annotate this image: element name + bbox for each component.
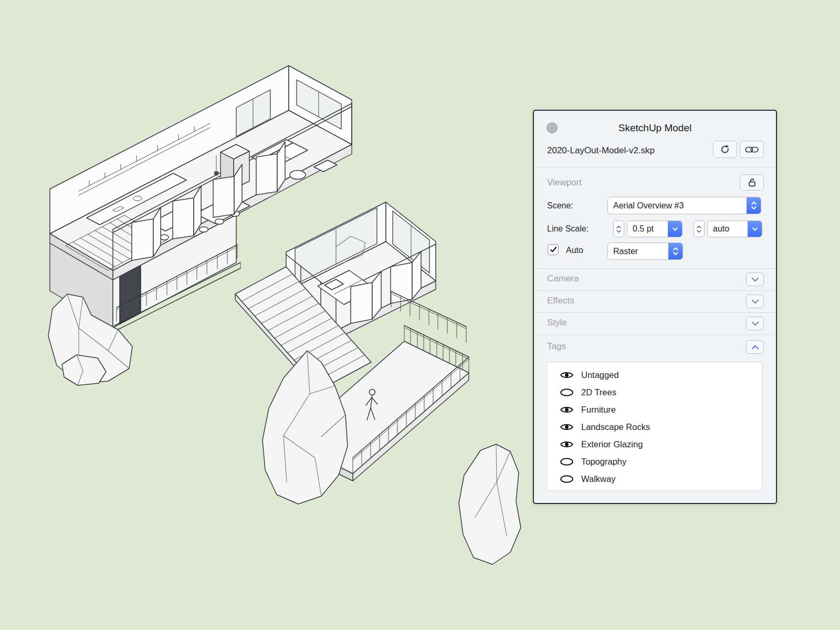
tag-row[interactable]: Walkway	[547, 470, 762, 488]
tag-row[interactable]: Landscape Rocks	[547, 418, 762, 436]
check-icon	[550, 246, 557, 253]
chevron-down-icon	[751, 277, 759, 282]
camera-collapse-button[interactable]	[746, 272, 764, 286]
line-scale-dropdown[interactable]: 0.5 pt	[627, 220, 682, 237]
tag-label: 2D Trees	[581, 387, 616, 397]
layout-canvas: SketchUp Model 2020-LayOut-Model-v2.skp …	[0, 0, 840, 630]
link-icon	[745, 145, 759, 154]
sketchup-model-panel: SketchUp Model 2020-LayOut-Model-v2.skp …	[533, 110, 777, 504]
scene-value: Aerial Overview #3	[608, 201, 747, 211]
chevron-down-icon	[751, 299, 759, 304]
effects-collapse-button[interactable]	[746, 295, 764, 308]
visibility-eye-icon[interactable]	[560, 423, 574, 432]
section-tags: Tags	[534, 334, 776, 361]
tags-collapse-button[interactable]	[746, 340, 764, 354]
camera-section-label: Camera	[547, 274, 579, 284]
tag-label: Untagged	[581, 370, 619, 380]
scene-label: Scene:	[547, 201, 573, 211]
tag-row[interactable]: Untagged	[547, 366, 762, 384]
chevron-down-icon[interactable]	[748, 221, 762, 237]
chevron-down-icon	[751, 321, 759, 326]
line-scale-auto-dropdown[interactable]: auto	[707, 220, 762, 237]
render-mode-value: Raster	[608, 247, 668, 256]
tag-row[interactable]: Exterior Glazing	[547, 436, 762, 453]
chevron-down-icon[interactable]	[668, 221, 682, 237]
visibility-eye-icon[interactable]	[560, 388, 574, 397]
divider	[534, 167, 776, 167]
render-mode-dropdown[interactable]: Raster	[607, 243, 683, 260]
tag-row[interactable]: Furniture	[547, 401, 762, 418]
visibility-eye-icon[interactable]	[560, 457, 574, 466]
line-scale-label: Line Scale:	[547, 224, 589, 234]
visibility-eye-icon[interactable]	[560, 371, 574, 380]
viewport-section-label: Viewport	[547, 177, 582, 188]
section-effects: Effects	[534, 290, 776, 312]
section-camera: Camera	[534, 268, 776, 290]
auto-checkbox[interactable]	[548, 244, 559, 255]
effects-section-label: Effects	[547, 296, 574, 306]
refresh-icon	[720, 144, 730, 155]
rock-right	[459, 444, 521, 564]
visibility-eye-icon[interactable]	[560, 475, 574, 484]
tag-label: Walkway	[581, 474, 615, 484]
tag-label: Furniture	[581, 405, 616, 415]
tag-row[interactable]: Topography	[547, 453, 762, 470]
tags-section-label: Tags	[547, 341, 566, 352]
panel-title: SketchUp Model	[534, 122, 776, 134]
tags-list: Untagged 2D Trees Furniture	[547, 362, 762, 491]
style-collapse-button[interactable]	[746, 317, 764, 330]
line-scale-value: 0.5 pt	[627, 224, 668, 234]
link-reference-button[interactable]	[740, 141, 764, 158]
section-style: Style	[534, 312, 776, 334]
auto-checkbox-label: Auto	[566, 246, 583, 255]
lock-viewport-button[interactable]	[740, 174, 764, 191]
line-scale-auto-value: auto	[708, 224, 748, 234]
tag-label: Exterior Glazing	[581, 439, 643, 449]
tag-row[interactable]: 2D Trees	[547, 384, 762, 401]
chevron-up-icon	[751, 345, 759, 350]
dropdown-chevrons-icon[interactable]	[747, 197, 761, 214]
visibility-eye-icon[interactable]	[560, 440, 574, 449]
style-section-label: Style	[547, 318, 567, 328]
lock-open-icon	[747, 177, 757, 187]
refresh-reference-button[interactable]	[713, 141, 737, 158]
tag-label: Topography	[581, 457, 626, 467]
model-filename: 2020-LayOut-Model-v2.skp	[547, 145, 655, 156]
scene-dropdown[interactable]: Aerial Overview #3	[607, 197, 761, 214]
dropdown-chevrons-icon[interactable]	[668, 243, 682, 259]
visibility-eye-icon[interactable]	[560, 405, 574, 414]
tag-label: Landscape Rocks	[581, 422, 650, 432]
line-scale-stepper[interactable]	[613, 220, 624, 237]
line-scale-auto-stepper[interactable]	[694, 220, 705, 237]
